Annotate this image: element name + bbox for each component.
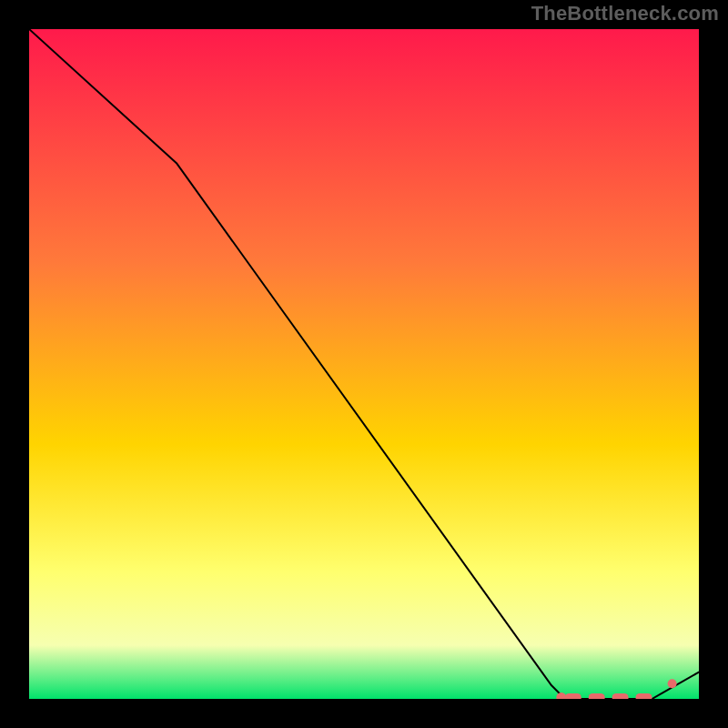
chart-frame: TheBottleneck.com <box>0 0 728 728</box>
svg-point-5 <box>668 679 677 688</box>
svg-rect-2 <box>589 693 605 699</box>
svg-rect-3 <box>612 693 629 699</box>
watermark-text: TheBottleneck.com <box>531 2 719 25</box>
plot-area <box>29 29 699 699</box>
svg-rect-4 <box>636 693 652 699</box>
svg-rect-1 <box>565 693 581 699</box>
gradient-backdrop <box>29 29 699 699</box>
plot-svg <box>29 29 699 699</box>
